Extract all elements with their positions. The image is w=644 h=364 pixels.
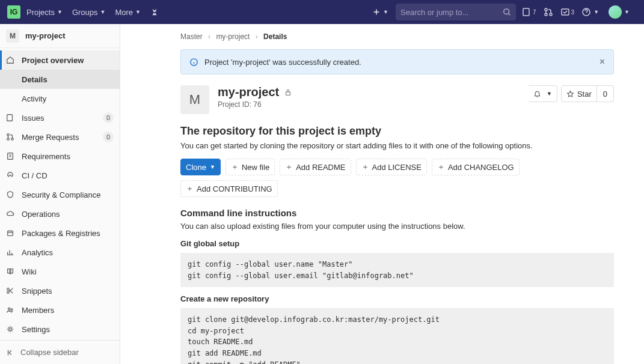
members-icon <box>6 306 14 314</box>
nav-projects[interactable]: Projects▼ <box>26 8 63 17</box>
search-icon <box>503 8 511 16</box>
sidebar-item-overview[interactable]: Project overview <box>0 50 120 70</box>
breadcrumb-root[interactable]: Master <box>180 32 203 41</box>
success-alert: Project 'my-project' was successfully cr… <box>180 49 614 74</box>
info-icon <box>189 58 198 67</box>
project-avatar: M <box>180 85 209 114</box>
collapse-icon <box>6 348 14 357</box>
svg-point-17 <box>8 308 11 311</box>
project-header: M my-project Project ID: 76 ▼ Star 0 <box>180 85 614 114</box>
sidebar-item-analytics[interactable]: Analytics <box>0 243 120 262</box>
svg-rect-9 <box>7 115 13 121</box>
svg-point-15 <box>7 288 10 291</box>
svg-rect-13 <box>8 153 13 160</box>
sidebar-item-requirements[interactable]: Requirements <box>0 147 120 166</box>
add-readme-button[interactable]: ＋Add README <box>280 159 351 175</box>
chevron-down-icon: ▼ <box>624 9 630 15</box>
plus-icon: ＋ <box>186 183 194 194</box>
empty-subtext: You can get started by cloning the repos… <box>180 141 614 150</box>
shield-icon <box>6 190 14 199</box>
sidebar-item-cicd[interactable]: CI / CD <box>0 166 120 185</box>
svg-point-5 <box>545 13 547 16</box>
svg-point-19 <box>9 328 11 330</box>
svg-rect-1 <box>374 11 379 13</box>
sidebar-project-link[interactable]: M my-project <box>0 24 120 48</box>
count-badge: 0 <box>103 132 114 142</box>
requirements-icon <box>6 152 14 160</box>
sidebar-item-details[interactable]: Details <box>0 70 120 89</box>
breadcrumb-project[interactable]: my-project <box>216 32 250 41</box>
scissors-icon <box>6 287 14 295</box>
page-title: my-project <box>218 85 279 99</box>
project-id: Project ID: 76 <box>218 100 292 109</box>
search-bar[interactable] <box>396 4 516 20</box>
nav-groups[interactable]: Groups▼ <box>72 8 106 17</box>
cloud-icon <box>6 210 14 218</box>
plus-icon: ＋ <box>437 162 445 172</box>
package-icon <box>6 229 14 237</box>
plus-icon: ＋ <box>285 162 293 172</box>
project-name: my-project <box>25 31 65 40</box>
book-icon <box>6 267 14 276</box>
todos-link[interactable]: 3 <box>560 7 575 17</box>
gear-icon <box>6 325 14 333</box>
add-changelog-button[interactable]: ＋Add CHANGELOG <box>432 159 520 175</box>
section-title: Git global setup <box>180 239 614 248</box>
chevron-down-icon: ▼ <box>383 9 388 15</box>
code-block[interactable]: git config --global user.name "Master" g… <box>180 253 614 287</box>
svg-point-10 <box>7 134 10 136</box>
rocket-icon <box>6 171 14 180</box>
section-title: Create a new repository <box>180 294 614 303</box>
search-input[interactable] <box>400 8 503 17</box>
clone-button[interactable]: Clone▼ <box>180 159 221 175</box>
chevron-down-icon: ▼ <box>57 9 63 15</box>
svg-point-18 <box>11 309 13 311</box>
sidebar-item-wiki[interactable]: Wiki <box>0 262 120 281</box>
sidebar-item-settings[interactable]: Settings <box>0 320 120 339</box>
chevron-down-icon: ▼ <box>100 9 106 15</box>
empty-heading: The repository for this project is empty <box>180 125 614 138</box>
bell-icon <box>533 90 541 98</box>
add-license-button[interactable]: ＋Add LICENSE <box>356 159 427 175</box>
chevron-down-icon: ▼ <box>547 91 552 97</box>
new-dropdown[interactable]: ▼ <box>372 8 388 16</box>
star-icon <box>566 90 574 98</box>
sidebar-item-members[interactable]: Members <box>0 300 120 320</box>
star-button[interactable]: Star <box>561 85 597 102</box>
merge-requests-link[interactable] <box>544 7 553 17</box>
sidebar-item-snippets[interactable]: Snippets <box>0 281 120 300</box>
chevron-down-icon: ▼ <box>210 164 215 170</box>
chevron-down-icon: ▼ <box>593 9 599 15</box>
svg-rect-3 <box>523 8 529 16</box>
alert-message: Project 'my-project' was successfully cr… <box>204 58 600 67</box>
code-block[interactable]: git clone git@develop.infograb.co.kr:mas… <box>180 308 614 364</box>
top-navbar: IG Projects▼ Groups▼ More▼ ▼ 7 3 ▼ ▼ <box>0 0 644 24</box>
chart-icon <box>6 248 14 256</box>
sidebar-item-issues[interactable]: Issues0 <box>0 108 120 127</box>
svg-point-11 <box>7 138 10 141</box>
svg-point-6 <box>550 13 552 16</box>
nav-more[interactable]: More▼ <box>115 8 141 17</box>
user-menu[interactable]: ▼ <box>606 5 630 19</box>
add-contributing-button[interactable]: ＋Add CONTRIBUTING <box>180 180 278 197</box>
notifications-button[interactable]: ▼ <box>529 85 557 102</box>
site-logo[interactable]: IG <box>7 5 20 19</box>
close-icon[interactable]: × <box>600 57 605 67</box>
project-icon: M <box>6 29 19 43</box>
sidebar-item-activity[interactable]: Activity <box>0 89 120 108</box>
sidebar-item-security[interactable]: Security & Compliance <box>0 185 120 204</box>
sidebar: M my-project Project overview Details Ac… <box>0 24 120 364</box>
help-link[interactable]: ▼ <box>581 7 599 17</box>
home-icon <box>6 56 14 64</box>
star-count[interactable]: 0 <box>597 85 614 102</box>
sidebar-item-packages[interactable]: Packages & Registries <box>0 223 120 243</box>
new-file-button[interactable]: ＋New file <box>225 159 275 175</box>
breadcrumb-current: Details <box>263 32 287 41</box>
collapse-sidebar-button[interactable]: Collapse sidebar <box>0 340 120 364</box>
sidebar-item-operations[interactable]: Operations <box>0 204 120 223</box>
svg-rect-14 <box>8 231 13 236</box>
issues-link[interactable]: 7 <box>522 7 536 17</box>
count-badge: 0 <box>103 112 114 123</box>
sidebar-item-merge-requests[interactable]: Merge Requests0 <box>0 127 120 147</box>
nav-admin-icon[interactable] <box>150 8 159 16</box>
